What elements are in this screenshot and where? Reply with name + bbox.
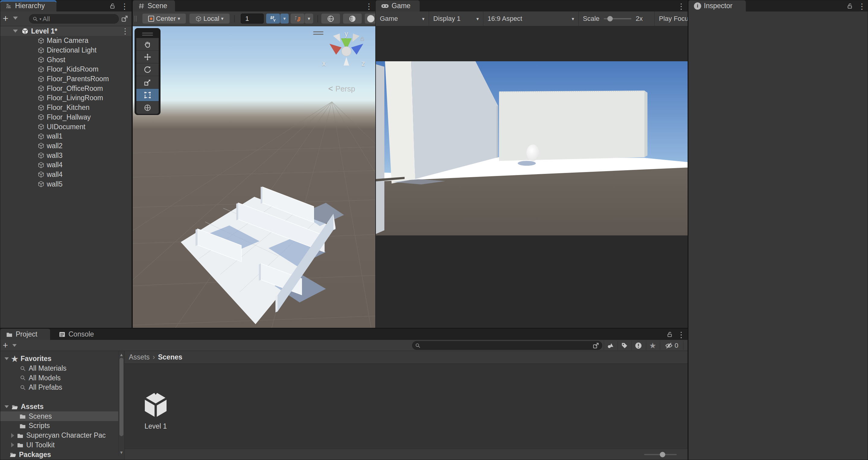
scene-picker-icon[interactable] <box>121 15 128 23</box>
favorites-item-all-prefabs[interactable]: All Prefabs <box>0 383 124 392</box>
hierarchy-item[interactable]: Ghost <box>0 55 131 65</box>
breadcrumb-assets[interactable]: Assets <box>129 353 150 361</box>
search-by-label-button[interactable] <box>618 341 631 350</box>
grid-size-field[interactable]: 1 <box>241 13 264 24</box>
search-by-import-log-button[interactable] <box>631 341 645 350</box>
packages-header[interactable]: Packages <box>0 450 124 459</box>
scale-tool-button[interactable] <box>136 76 159 89</box>
favorites-filter-button[interactable]: ★ <box>646 341 659 350</box>
transform-tool-button[interactable] <box>136 101 159 114</box>
hierarchy-item[interactable]: wall4 <box>0 160 131 170</box>
hierarchy-item[interactable]: wall2 <box>0 141 131 151</box>
add-object-button[interactable]: + <box>3 13 8 24</box>
lock-icon[interactable] <box>666 331 673 338</box>
thumbnail-zoom-slider[interactable] <box>644 454 677 455</box>
hidden-packages-toggle[interactable]: 0 <box>660 341 683 350</box>
scene-audio-button[interactable] <box>365 13 376 24</box>
foldout-collapsed-icon[interactable] <box>11 433 14 438</box>
foldout-collapsed-icon[interactable] <box>11 442 14 447</box>
kebab-menu-icon[interactable]: ⋮ <box>858 2 864 11</box>
hierarchy-item[interactable]: Main Camera <box>0 36 131 45</box>
scroll-up-icon[interactable]: ▲ <box>119 352 124 357</box>
folder-scenes[interactable]: Scenes <box>0 411 124 421</box>
breadcrumb-scenes[interactable]: Scenes <box>158 353 183 361</box>
scene-kebab-icon[interactable]: ⋮ <box>121 27 127 36</box>
hierarchy-item[interactable]: Floor_LivingRoom <box>0 93 131 103</box>
move-tool-button[interactable] <box>136 51 159 63</box>
display-dropdown[interactable]: Display 1 ▾ <box>429 11 483 26</box>
lock-icon[interactable] <box>109 2 116 10</box>
create-asset-caret-icon[interactable] <box>12 344 17 347</box>
scrollbar-thumb[interactable] <box>120 358 123 436</box>
perspective-toggle[interactable]: < Persp <box>328 84 355 94</box>
scroll-down-icon[interactable]: ▼ <box>119 450 124 455</box>
project-search-input[interactable] <box>412 341 602 350</box>
hierarchy-item[interactable]: wall5 <box>0 179 131 189</box>
search-picker-icon[interactable] <box>592 342 599 349</box>
tab-scene[interactable]: Scene <box>133 0 175 11</box>
axis-z-cone[interactable] <box>351 44 363 55</box>
axis-y-label[interactable]: y <box>345 30 348 38</box>
rect-tool-button[interactable] <box>136 89 159 101</box>
tab-project[interactable]: Project <box>0 329 50 340</box>
favorites-item-all-models[interactable]: All Models <box>0 373 124 383</box>
palette-drag-handle[interactable] <box>142 33 153 36</box>
game-mode-dropdown[interactable]: Game ▾ <box>376 11 429 26</box>
foldout-icon[interactable] <box>4 405 9 408</box>
kebab-menu-icon[interactable]: ⋮ <box>121 2 127 11</box>
axis-x-label[interactable]: x <box>322 59 326 68</box>
tree-scrollbar[interactable]: ▲ ▼ <box>118 351 124 456</box>
rotate-tool-button[interactable] <box>136 63 159 76</box>
hierarchy-item[interactable]: Floor_Kitchen <box>0 103 131 113</box>
tab-inspector[interactable]: i Inspector <box>688 0 746 11</box>
hierarchy-item[interactable]: wall1 <box>0 132 131 141</box>
assets-header[interactable]: Assets <box>0 402 124 412</box>
snap-increment-toggle[interactable] <box>290 13 304 24</box>
zoom-slider-knob[interactable] <box>660 452 665 457</box>
create-asset-button[interactable]: + <box>3 340 8 350</box>
tab-game[interactable]: Game <box>376 0 420 11</box>
hierarchy-search-input[interactable]: ▾ All <box>29 14 119 24</box>
play-focused-dropdown[interactable]: Play Focu <box>655 11 688 26</box>
hierarchy-item[interactable]: UIDocument <box>0 122 131 132</box>
scale-slider-knob[interactable] <box>607 16 613 22</box>
scene-foldout-icon[interactable] <box>13 30 18 33</box>
folder-scripts[interactable]: Scripts <box>0 421 124 431</box>
tab-console[interactable]: Console <box>53 329 104 340</box>
kebab-menu-icon[interactable]: ⋮ <box>677 2 683 11</box>
pivot-mode-dropdown[interactable]: Center ▾ <box>143 13 186 24</box>
hierarchy-item[interactable]: Floor_KidsRoom <box>0 65 131 74</box>
hierarchy-item[interactable]: Floor_ParentsRoom <box>0 74 131 84</box>
hand-tool-button[interactable] <box>136 38 159 51</box>
axis-x-cone[interactable] <box>330 44 342 55</box>
hierarchy-item[interactable]: wall4 <box>0 170 131 180</box>
aspect-dropdown[interactable]: 16:9 Aspect ▾ <box>483 11 579 26</box>
lock-icon[interactable] <box>846 2 853 10</box>
hierarchy-item[interactable]: Directional Light <box>0 45 131 55</box>
scene-viewport[interactable]: y x z < Persp <box>133 26 375 328</box>
shading-mode-button[interactable] <box>321 13 340 24</box>
toolbar-drag-handle[interactable] <box>134 16 137 22</box>
favorites-header[interactable]: ★ Favorites <box>0 354 124 364</box>
favorites-item-all-materials[interactable]: All Materials <box>0 364 124 373</box>
scale-slider[interactable] <box>604 18 631 19</box>
gizmo-lock-icon[interactable] <box>360 36 365 42</box>
add-object-caret-icon[interactable] <box>13 17 18 20</box>
snap-increment-caret[interactable]: ▾ <box>305 13 313 24</box>
asset-item-level1[interactable]: Level 1 <box>139 390 172 430</box>
tab-hierarchy[interactable]: Hierarchy <box>0 0 56 11</box>
game-viewport[interactable] <box>376 61 688 236</box>
hierarchy-item[interactable]: wall3 <box>0 151 131 160</box>
hierarchy-item[interactable]: Floor_OfficeRoom <box>0 84 131 93</box>
grid-snap-toggle[interactable] <box>266 13 280 24</box>
grid-snap-caret[interactable]: ▾ <box>280 13 289 24</box>
orientation-dropdown[interactable]: Local ▾ <box>189 13 229 24</box>
scene-lighting-button[interactable] <box>343 13 362 24</box>
hierarchy-item[interactable]: Floor_Hallway <box>0 113 131 122</box>
kebab-menu-icon[interactable]: ⋮ <box>365 2 371 11</box>
axis-z-label[interactable]: z <box>362 59 365 68</box>
folder-ui-toolkit[interactable]: UI Toolkit <box>0 440 124 450</box>
folder-supercyan[interactable]: Supercyan Character Pac <box>0 431 124 440</box>
foldout-icon[interactable] <box>4 357 9 360</box>
search-filter-caret-icon[interactable]: ▾ <box>39 17 41 21</box>
